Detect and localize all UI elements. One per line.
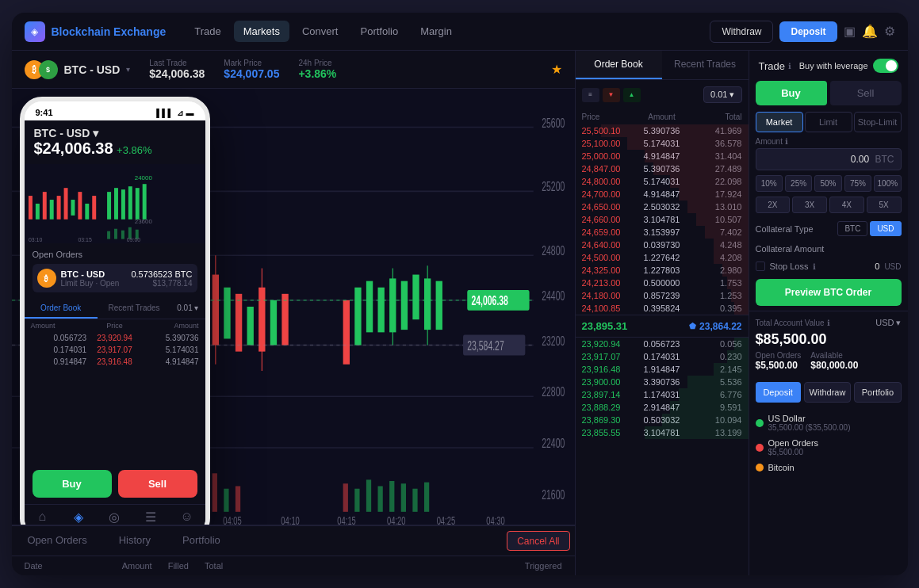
ob-bid-row[interactable]: 23,917.07 0.174031 0.230 [576,350,749,363]
nav-margin[interactable]: Margin [411,21,461,42]
pct-100-button[interactable]: 100% [874,175,901,192]
ob-ask-row[interactable]: 24,640.00 0.039730 4.248 [576,239,749,251]
nav-markets[interactable]: Markets [234,21,289,42]
account-sub-row: Open Orders $5,500.00 Available $80,000.… [756,351,902,371]
ob-ask-row[interactable]: 24,100.85 0.395824 0.395 [576,302,749,315]
lev-3x-button[interactable]: 3X [792,197,827,213]
ob-bid-row[interactable]: 23,869.30 0.503032 10.094 [576,414,749,426]
deposit-button[interactable]: Deposit [779,21,837,42]
ob-bid-row[interactable]: 23,916.48 1.914847 2.145 [576,363,749,376]
ob-bid-row[interactable]: 23,897.14 1.174031 6.776 [576,388,749,401]
mobile-icon[interactable]: ▣ [844,24,856,39]
ob-bid-row[interactable]: 23,900.00 3.390736 5.536 [576,376,749,388]
svg-rect-89 [128,186,132,220]
portfolio-nav-icon: ◎ [109,510,120,525]
pct-25-button[interactable]: 25% [785,175,812,192]
ob-bid-row[interactable]: 23,855.55 3.104781 13.199 [576,426,749,439]
amount-info-icon: ℹ [785,137,788,146]
ob-ask-row[interactable]: 25,100.00 5.174031 36.578 [576,137,749,150]
pct-10-button[interactable]: 10% [756,175,783,192]
phone-nav-trade[interactable]: ◈ Trade [60,510,97,525]
ob-bid-row[interactable]: 23,888.29 2.914847 9.591 [576,401,749,414]
nav-convert[interactable]: Convert [293,21,348,42]
ob-ask-row[interactable]: 24,180.00 0.857239 1.253 [576,289,749,302]
ob-ask-row[interactable]: 24,700.00 4.914847 17.924 [576,188,749,200]
nav-trade[interactable]: Trade [185,21,230,42]
notifications-icon[interactable]: 🔔 [862,24,878,39]
mark-price-stat: Mark Price $24,007.05 [224,59,279,80]
col-usd-button[interactable]: USD [870,221,901,236]
pct-50-button[interactable]: 50% [814,175,841,192]
phone-nav-history[interactable]: ☰ History [132,510,169,525]
ob-ask-row[interactable]: 24,800.00 5.174031 22.098 [576,175,749,188]
portfolio-tab[interactable]: Portfolio [167,526,236,556]
limit-tab[interactable]: Limit [805,112,852,132]
svg-text:23600: 23600 [134,218,152,225]
leverage-switch[interactable] [873,59,898,73]
stop-limit-tab[interactable]: Stop-Limit [854,112,902,132]
phone-nav-portfolio[interactable]: ◎ Portfolio [97,510,133,525]
account-header: Total Account Value ℹ USD ▾ [756,318,902,328]
ob-bid-row[interactable]: 23,920.94 0.056723 0.056 [576,338,749,350]
pct-75-button[interactable]: 75% [844,175,871,192]
lev-2x-button[interactable]: 2X [756,197,791,213]
ob-ask-row[interactable]: 24,500.00 1.227642 4.208 [576,251,749,264]
ob-filter-asks[interactable]: ▼ [603,88,620,102]
chart-area[interactable]: 25600 25200 24800 24400 23200 22800 2240… [12,89,575,525]
phone-ob-precision[interactable]: 0.01 ▾ [170,299,205,319]
market-tab[interactable]: Market [756,112,803,132]
nav-portfolio[interactable]: Portfolio [350,21,408,42]
portfolio-action-button[interactable]: Portfolio [854,382,901,403]
leverage-toggle[interactable]: Buy with leverage [799,59,898,73]
stop-loss-info-icon: ℹ [813,262,816,271]
stop-loss-checkbox[interactable] [756,262,765,271]
trade-title: Trade ℹ [759,60,791,72]
open-orders-dot [756,444,764,452]
phone-order-item[interactable]: ₿ BTC - USD Limit Buy · Open 0.5736523 B… [33,264,197,292]
ob-ask-row[interactable]: 24,660.00 3.104781 10.507 [576,213,749,226]
ob-filter-bids[interactable]: ▲ [623,88,641,102]
cancel-all-button[interactable]: Cancel All [507,531,569,551]
amount-input-display[interactable]: 0.00 BTC [756,148,902,170]
ob-midprice: 23,895.31 ⬟ 23,864.22 [576,315,749,338]
ob-ask-row[interactable]: 24,325.00 1.227803 2.980 [576,264,749,277]
phone-ob-tab-trades[interactable]: Recent Trades [98,299,170,319]
settings-icon[interactable]: ⚙ [884,24,895,39]
withdraw-action-button[interactable]: Withdraw [804,382,852,403]
phone-sell-button[interactable]: Sell [118,470,197,498]
phone-ob-tab-orderbook[interactable]: Order Book [25,299,98,319]
ob-ask-row[interactable]: 24,650.00 2.503032 13.010 [576,200,749,213]
phone-change: +3.86% [117,144,151,156]
col-date: Date [25,561,43,571]
ob-ask-row[interactable]: 25,500.10 5.390736 41.969 [576,124,749,137]
withdraw-button[interactable]: Withdraw [710,21,773,43]
phone-ob-section: Order Book Recent Trades 0.01 ▾ Amount P… [25,299,205,464]
phone-buy-button[interactable]: Buy [33,470,112,498]
phone-nav-account[interactable]: ☺ Account [169,510,205,525]
ob-tab-trades[interactable]: Recent Trades [662,51,749,79]
ob-tab-orderbook[interactable]: Order Book [576,51,662,79]
usd-name: US Dollar [768,414,902,423]
pair-selector[interactable]: ₿ $ BTC - USD ▾ [25,60,131,79]
sell-button[interactable]: Sell [830,81,902,105]
svg-rect-95 [114,229,117,239]
ob-ask-row[interactable]: 24,847.00 5.390736 27.489 [576,162,749,175]
currency-selector[interactable]: USD ▾ [875,318,901,328]
favorite-icon[interactable]: ★ [551,62,562,77]
ob-precision-selector[interactable]: 0.01 ▾ [703,86,741,103]
ob-ask-row[interactable]: 24,659.00 3.153997 7.402 [576,226,749,239]
ob-ask-row[interactable]: 25,000.00 4.914847 31.404 [576,150,749,162]
history-tab[interactable]: History [103,526,167,556]
buy-button[interactable]: Buy [756,81,827,105]
open-orders-tab[interactable]: Open Orders [12,526,103,556]
svg-rect-59 [224,489,228,512]
svg-text:04:25: 04:25 [436,514,455,525]
preview-order-button[interactable]: Preview BTC Order [756,279,902,306]
lev-5x-button[interactable]: 5X [867,197,902,213]
phone-nav-home[interactable]: ⌂ Home [25,510,61,525]
deposit-action-button[interactable]: Deposit [756,382,801,403]
ob-ask-row[interactable]: 24,213.00 0.500000 1.753 [576,277,749,289]
lev-4x-button[interactable]: 4X [829,197,864,213]
ob-filter-both[interactable]: ≡ [582,88,599,102]
col-btc-button[interactable]: BTC [837,221,867,236]
